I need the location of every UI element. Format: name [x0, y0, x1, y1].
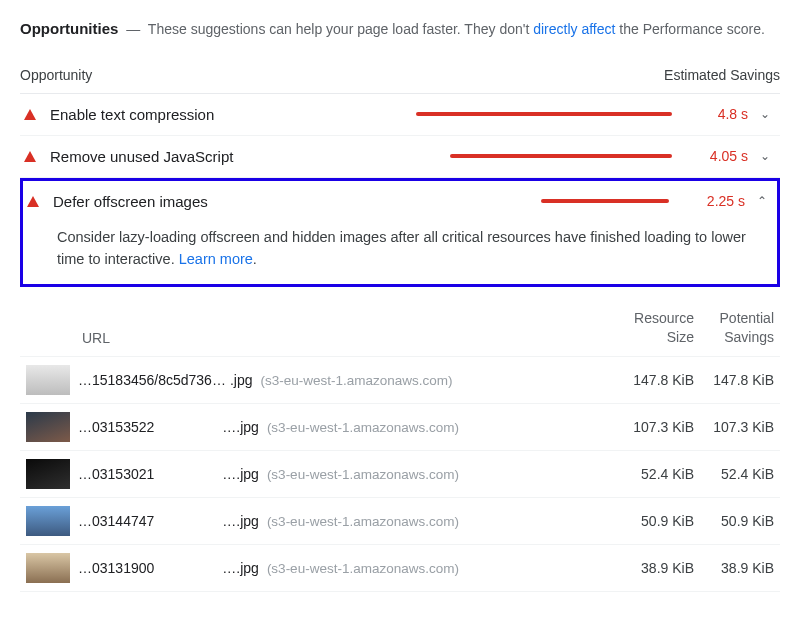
url-prefix: …15183456/8c5d736…: [78, 372, 226, 388]
th-savings: Potential Savings: [694, 309, 774, 345]
resource-size: 107.3 KiB: [614, 419, 694, 435]
opportunity-row[interactable]: Enable text compression 4.8 s ⌄: [20, 94, 780, 136]
col-savings: Estimated Savings: [664, 67, 780, 83]
th-size: Resource Size: [614, 309, 694, 345]
url-prefix: …03144747: [78, 513, 154, 529]
potential-savings: 50.9 KiB: [694, 513, 774, 529]
table-row: …03131900….jpg (s3-eu-west-1.amazonaws.c…: [20, 545, 780, 592]
savings-bar: [416, 112, 672, 116]
url-ext: ….jpg: [222, 466, 259, 482]
savings-bar: [450, 154, 672, 158]
url-host: (s3-eu-west-1.amazonaws.com): [267, 420, 459, 435]
section-title: Opportunities: [20, 20, 118, 37]
desc-post: .: [253, 251, 257, 267]
thumbnail-icon: [26, 412, 70, 442]
potential-savings: 147.8 KiB: [694, 372, 774, 388]
url-ext: ….jpg: [222, 560, 259, 576]
resource-table: URL Resource Size Potential Savings …151…: [20, 303, 780, 591]
url-cell[interactable]: …03153522….jpg (s3-eu-west-1.amazonaws.c…: [78, 419, 614, 435]
resource-size: 38.9 KiB: [614, 560, 694, 576]
opportunity-label: Enable text compression: [50, 106, 214, 123]
url-host: (s3-eu-west-1.amazonaws.com): [267, 467, 459, 482]
th-url: URL: [78, 330, 614, 346]
resource-size: 147.8 KiB: [614, 372, 694, 388]
opportunity-description: Consider lazy-loading offscreen and hidd…: [23, 222, 777, 285]
opportunity-row[interactable]: Remove unused JavaScript 4.05 s ⌄: [20, 136, 780, 178]
table-row: …15183456/8c5d736….jpg (s3-eu-west-1.ama…: [20, 357, 780, 404]
chevron-down-icon[interactable]: ⌄: [756, 149, 774, 163]
resource-size: 52.4 KiB: [614, 466, 694, 482]
url-ext: ….jpg: [222, 419, 259, 435]
url-ext: .jpg: [230, 372, 253, 388]
col-opportunity: Opportunity: [20, 67, 92, 83]
desc-pre: Consider lazy-loading offscreen and hidd…: [57, 229, 746, 267]
opportunity-label: Defer offscreen images: [53, 193, 208, 210]
dash: —: [126, 21, 140, 37]
url-cell[interactable]: …03131900….jpg (s3-eu-west-1.amazonaws.c…: [78, 560, 614, 576]
chevron-down-icon[interactable]: ⌄: [756, 107, 774, 121]
subtitle-pre: These suggestions can help your page loa…: [148, 21, 533, 37]
thumbnail-icon: [26, 365, 70, 395]
thumbnail-icon: [26, 459, 70, 489]
directly-affect-link[interactable]: directly affect: [533, 21, 615, 37]
highlighted-opportunity: Defer offscreen images 2.25 s ⌃ Consider…: [20, 178, 780, 288]
url-host: (s3-eu-west-1.amazonaws.com): [260, 373, 452, 388]
url-cell[interactable]: …15183456/8c5d736….jpg (s3-eu-west-1.ama…: [78, 372, 614, 388]
opportunities-header: Opportunities — These suggestions can he…: [20, 18, 780, 41]
table-row: …03153522….jpg (s3-eu-west-1.amazonaws.c…: [20, 404, 780, 451]
opportunity-time: 2.25 s: [689, 193, 745, 209]
savings-bar: [541, 199, 669, 203]
chevron-up-icon[interactable]: ⌃: [753, 194, 771, 208]
url-prefix: …03131900: [78, 560, 154, 576]
warning-triangle-icon: [24, 151, 36, 162]
thumbnail-icon: [26, 506, 70, 536]
url-host: (s3-eu-west-1.amazonaws.com): [267, 561, 459, 576]
url-prefix: …03153021: [78, 466, 154, 482]
opportunity-row[interactable]: Defer offscreen images 2.25 s ⌃: [23, 181, 777, 222]
url-cell[interactable]: …03153021….jpg (s3-eu-west-1.amazonaws.c…: [78, 466, 614, 482]
potential-savings: 38.9 KiB: [694, 560, 774, 576]
learn-more-link[interactable]: Learn more: [179, 251, 253, 267]
potential-savings: 107.3 KiB: [694, 419, 774, 435]
resource-size: 50.9 KiB: [614, 513, 694, 529]
column-headers: Opportunity Estimated Savings: [20, 61, 780, 94]
table-header: URL Resource Size Potential Savings: [20, 303, 780, 356]
potential-savings: 52.4 KiB: [694, 466, 774, 482]
thumbnail-icon: [26, 553, 70, 583]
url-cell[interactable]: …03144747….jpg (s3-eu-west-1.amazonaws.c…: [78, 513, 614, 529]
subtitle-post: the Performance score.: [615, 21, 764, 37]
opportunity-time: 4.8 s: [692, 106, 748, 122]
warning-triangle-icon: [27, 196, 39, 207]
url-host: (s3-eu-west-1.amazonaws.com): [267, 514, 459, 529]
section-subtitle: These suggestions can help your page loa…: [148, 21, 765, 37]
opportunity-label: Remove unused JavaScript: [50, 148, 233, 165]
table-row: …03144747….jpg (s3-eu-west-1.amazonaws.c…: [20, 498, 780, 545]
opportunity-time: 4.05 s: [692, 148, 748, 164]
warning-triangle-icon: [24, 109, 36, 120]
url-ext: ….jpg: [222, 513, 259, 529]
url-prefix: …03153522: [78, 419, 154, 435]
table-row: …03153021….jpg (s3-eu-west-1.amazonaws.c…: [20, 451, 780, 498]
